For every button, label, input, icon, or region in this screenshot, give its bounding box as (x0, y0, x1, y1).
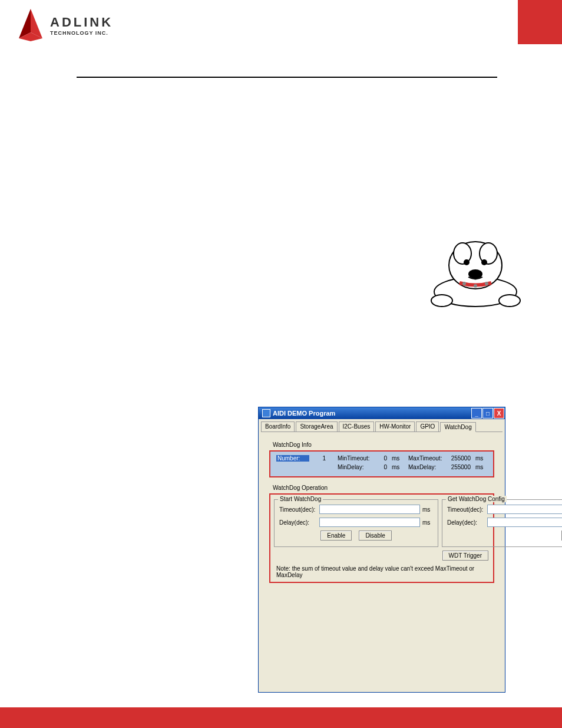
getconfig-button-row: GetConfig (447, 531, 562, 541)
watchdog-info-box: Number: 1 MinTimeout: 0 ms MaxTimeout: 2… (269, 450, 494, 477)
logo-brand: ADLINK (50, 15, 113, 30)
mindelay-label: MinDelay: (338, 464, 371, 470)
app-window: AIDI DEMO Program _ □ X BoardInfo Storag… (258, 407, 505, 693)
start-timeout-input[interactable] (319, 505, 420, 514)
get-config-group: Get WatchDog Config Timeout(dec): ms Del… (442, 499, 562, 547)
minimize-button[interactable]: _ (471, 408, 482, 419)
info-row-2: MinDelay: 0 ms MaxDelay: 255000 ms (276, 464, 487, 470)
start-delay-input[interactable] (319, 518, 420, 527)
start-timeout-row: Timeout(dec): ms (279, 505, 433, 514)
mintimeout-value: 0 (375, 455, 387, 462)
window-title: AIDI DEMO Program (273, 410, 335, 417)
mintimeout-unit: ms (392, 455, 404, 462)
operation-columns: Start WatchDog Timeout(dec): ms Delay(de… (274, 499, 490, 547)
mindelay-value: 0 (375, 464, 387, 470)
svg-point-9 (468, 269, 482, 279)
start-watchdog-legend: Start WatchDog (278, 496, 323, 502)
number-label: Number: (276, 455, 309, 462)
svg-point-8 (481, 259, 487, 265)
wdt-trigger-button[interactable]: WDT Trigger (442, 551, 489, 561)
page-header: ADLINK TECHNOLOGY INC. (0, 0, 562, 47)
svg-point-13 (431, 295, 452, 307)
divider (77, 77, 497, 78)
get-timeout-input[interactable] (487, 505, 562, 514)
tab-storagearea[interactable]: StorageArea (296, 421, 337, 431)
close-button[interactable]: X (494, 408, 504, 419)
maxtimeout-label: MaxTimeout: (408, 455, 441, 462)
maxtimeout-unit: ms (475, 455, 487, 462)
maxdelay-label: MaxDelay: (408, 464, 441, 470)
tab-i2cbuses[interactable]: I2C-Buses (339, 421, 375, 431)
mintimeout-label: MinTimeout: (338, 455, 371, 462)
maxdelay-value: 255000 (446, 464, 471, 470)
start-watchdog-group: Start WatchDog Timeout(dec): ms Delay(de… (274, 499, 438, 547)
operation-note: Note: the sum of timeout value and delay… (274, 565, 490, 578)
get-delay-row: Delay(dec): ms (447, 518, 562, 527)
watchdog-operation-box: Start WatchDog Timeout(dec): ms Delay(de… (269, 493, 494, 583)
start-timeout-unit: ms (422, 506, 433, 513)
svg-point-11 (474, 284, 477, 288)
start-delay-label: Delay(dec): (279, 519, 317, 526)
maxtimeout-value: 255000 (446, 455, 471, 462)
adlink-triangle-icon (18, 9, 44, 41)
mindelay-unit: ms (392, 464, 404, 470)
window-titlebar[interactable]: AIDI DEMO Program _ □ X (259, 407, 505, 419)
bulldog-illustration (418, 233, 533, 309)
disable-button[interactable]: Disable (359, 531, 391, 541)
watchdog-operation-label: WatchDog Operation (273, 485, 497, 491)
svg-point-14 (499, 295, 520, 307)
wdt-trigger-row: WDT Trigger (274, 551, 490, 561)
page-content (0, 47, 562, 78)
tab-gpio[interactable]: GPIO (416, 421, 439, 431)
svg-point-10 (462, 282, 466, 285)
footer-bar (0, 707, 562, 728)
get-timeout-row: Timeout(dec): ms (447, 505, 562, 514)
start-timeout-label: Timeout(dec): (279, 506, 317, 513)
watchdog-info-label: WatchDog Info (273, 442, 497, 448)
logo: ADLINK TECHNOLOGY INC. (18, 9, 113, 41)
maximize-button[interactable]: □ (482, 408, 493, 419)
tab-watchdog[interactable]: WatchDog (440, 422, 475, 432)
tab-body: WatchDog Info Number: 1 MinTimeout: 0 ms… (261, 431, 503, 589)
svg-point-7 (464, 259, 470, 265)
svg-point-12 (485, 282, 488, 285)
app-icon (262, 409, 270, 417)
tab-boardinfo[interactable]: BoardInfo (261, 421, 295, 431)
maxdelay-unit: ms (475, 464, 487, 470)
number-value: 1 (314, 455, 326, 462)
get-delay-label: Delay(dec): (447, 519, 485, 526)
logo-subtitle: TECHNOLOGY INC. (50, 30, 113, 36)
window-controls: _ □ X (471, 408, 505, 419)
tab-strip: BoardInfo StorageArea I2C-Buses HW-Monit… (259, 419, 505, 431)
corner-accent (518, 0, 562, 44)
enable-button[interactable]: Enable (320, 531, 352, 541)
start-delay-unit: ms (422, 519, 433, 526)
info-row-1: Number: 1 MinTimeout: 0 ms MaxTimeout: 2… (276, 455, 487, 462)
start-delay-row: Delay(dec): ms (279, 518, 433, 527)
get-config-legend: Get WatchDog Config (446, 496, 507, 502)
tab-hwmonitor[interactable]: HW-Monitor (375, 421, 415, 431)
get-delay-input[interactable] (487, 518, 562, 527)
get-timeout-label: Timeout(dec): (447, 506, 485, 513)
logo-text: ADLINK TECHNOLOGY INC. (50, 15, 113, 36)
start-buttons: Enable Disable (279, 531, 433, 541)
